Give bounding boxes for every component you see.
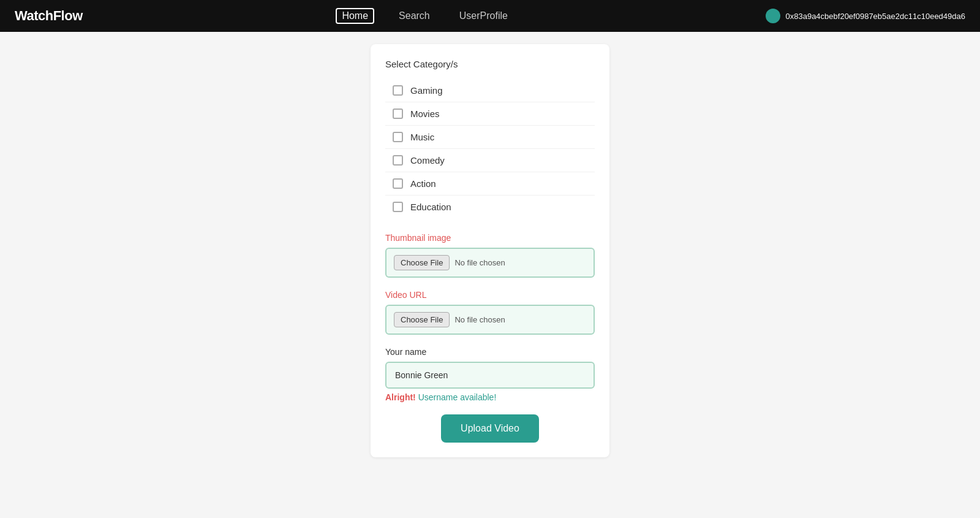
- nav-home[interactable]: Home: [336, 8, 374, 24]
- category-music-label: Music: [410, 132, 434, 142]
- upload-video-button[interactable]: Upload Video: [441, 414, 539, 443]
- category-checkbox-group: Gaming Movies Music Comedy Action Educat: [385, 79, 595, 218]
- thumbnail-file-input-wrapper: Choose File No file chosen: [385, 248, 595, 278]
- thumbnail-section: Thumbnail image Choose File No file chos…: [385, 233, 595, 278]
- category-music-item: Music: [385, 126, 595, 149]
- nav-userprofile[interactable]: UserProfile: [454, 8, 513, 24]
- brand-logo: WatchFlow: [15, 8, 83, 24]
- category-gaming-label: Gaming: [410, 85, 443, 96]
- category-comedy-checkbox[interactable]: [393, 155, 403, 166]
- category-movies-label: Movies: [410, 109, 440, 119]
- thumbnail-choose-file-button[interactable]: Choose File: [394, 255, 450, 270]
- video-url-section: Video URL Choose File No file chosen: [385, 290, 595, 335]
- category-gaming-item: Gaming: [385, 79, 595, 102]
- category-gaming-checkbox[interactable]: [393, 85, 403, 96]
- category-action-item: Action: [385, 172, 595, 196]
- nav-links: Home Search UserProfile: [336, 8, 513, 24]
- video-url-file-input-wrapper: Choose File No file chosen: [385, 305, 595, 335]
- status-text: Alright! Username available!: [385, 392, 595, 402]
- category-movies-item: Movies: [385, 102, 595, 126]
- category-action-label: Action: [410, 178, 436, 189]
- category-education-item: Education: [385, 196, 595, 218]
- status-alright: Alright!: [385, 392, 416, 402]
- your-name-input[interactable]: [385, 362, 595, 389]
- category-movies-checkbox[interactable]: [393, 109, 403, 119]
- wallet-badge: 0x83a9a4cbebf20ef0987eb5ae2dc11c10eed49d…: [766, 9, 965, 23]
- wallet-address: 0x83a9a4cbebf20ef0987eb5ae2dc11c10eed49d…: [785, 12, 965, 21]
- video-url-no-file-text: No file chosen: [454, 315, 505, 324]
- form-container: Select Category/s Gaming Movies Music Co…: [371, 44, 609, 457]
- your-name-section: Your name Alright! Username available!: [385, 347, 595, 402]
- category-action-checkbox[interactable]: [393, 178, 403, 189]
- category-comedy-item: Comedy: [385, 149, 595, 172]
- nav-search[interactable]: Search: [394, 8, 435, 24]
- wallet-icon: [766, 9, 780, 23]
- category-education-label: Education: [410, 202, 451, 212]
- category-comedy-label: Comedy: [410, 155, 445, 166]
- main-content: Select Category/s Gaming Movies Music Co…: [0, 32, 980, 470]
- status-available: Username available!: [418, 392, 497, 402]
- your-name-label: Your name: [385, 347, 595, 357]
- category-education-checkbox[interactable]: [393, 202, 403, 212]
- video-url-choose-file-button[interactable]: Choose File: [394, 312, 450, 327]
- thumbnail-label: Thumbnail image: [385, 233, 595, 243]
- navbar: WatchFlow Home Search UserProfile 0x83a9…: [0, 0, 980, 32]
- category-music-checkbox[interactable]: [393, 132, 403, 142]
- video-url-label: Video URL: [385, 290, 595, 300]
- category-section-title: Select Category/s: [385, 59, 595, 69]
- thumbnail-no-file-text: No file chosen: [454, 258, 505, 267]
